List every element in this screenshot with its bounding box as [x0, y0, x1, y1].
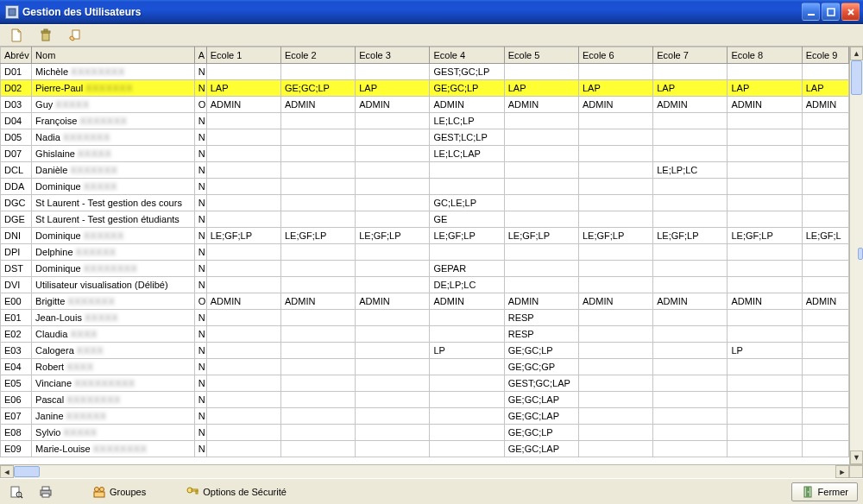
- cell-ecole[interactable]: LE;GF;LP: [578, 228, 652, 244]
- table-row[interactable]: DGESt Laurent - Test gestion étudiants N…: [1, 211, 849, 228]
- scroll-up-arrow[interactable]: ▲: [850, 47, 863, 60]
- table-row[interactable]: DNIDominique XXXXXXNLE;GF;LPLE;GF;LPLE;G…: [1, 228, 849, 244]
- cell-ecole[interactable]: ADMIN: [728, 293, 802, 310]
- cell-ecole[interactable]: [578, 129, 652, 146]
- cell-ecole[interactable]: [206, 277, 280, 293]
- cell-ecole[interactable]: ADMIN: [653, 293, 728, 310]
- cell-ecole[interactable]: [206, 375, 280, 392]
- cell-ecole[interactable]: [504, 211, 578, 228]
- cell-ecole[interactable]: [802, 244, 848, 261]
- new-button[interactable]: [5, 26, 28, 45]
- cell-ecole[interactable]: [206, 146, 280, 162]
- cell-ecole[interactable]: [578, 359, 652, 375]
- cell-abrev[interactable]: DPI: [1, 244, 32, 261]
- cell-ecole[interactable]: [728, 195, 802, 211]
- cell-ecole[interactable]: GE;GC;LP: [280, 80, 355, 97]
- cell-ecole[interactable]: GEST;LC;LP: [430, 129, 504, 146]
- cell-ecole[interactable]: ADMIN: [578, 293, 652, 310]
- hscroll-track[interactable]: [14, 465, 835, 478]
- cell-ecole[interactable]: [653, 375, 728, 392]
- cell-ecole[interactable]: [504, 179, 578, 195]
- cell-nom[interactable]: Pierre-Paul XXXXXXX: [32, 80, 195, 97]
- close-button[interactable]: [841, 3, 860, 21]
- cell-a[interactable]: N: [194, 277, 206, 293]
- cell-ecole[interactable]: LE;GF;LP: [430, 228, 504, 244]
- cell-nom[interactable]: Utilisateur visualisation (Délibé): [32, 277, 195, 293]
- cell-abrev[interactable]: DGC: [1, 195, 32, 211]
- cell-abrev[interactable]: E09: [1, 441, 32, 457]
- cell-ecole[interactable]: [206, 129, 280, 146]
- cell-a[interactable]: N: [194, 162, 206, 179]
- cell-abrev[interactable]: D07: [1, 146, 32, 162]
- cell-ecole[interactable]: [356, 359, 430, 375]
- cell-ecole[interactable]: RESP: [504, 326, 578, 343]
- cell-ecole[interactable]: [578, 162, 652, 179]
- cell-ecole[interactable]: ADMIN: [280, 293, 355, 310]
- cell-nom[interactable]: St Laurent - Test gestion étudiants: [32, 211, 195, 228]
- cell-ecole[interactable]: LE;GF;LP: [280, 228, 355, 244]
- cell-a[interactable]: N: [194, 228, 206, 244]
- cell-ecole[interactable]: [504, 64, 578, 80]
- cell-ecole[interactable]: [356, 375, 430, 392]
- vertical-scrollbar[interactable]: ▲ ▼: [849, 47, 863, 464]
- col-e3[interactable]: Ecole 3: [356, 47, 430, 64]
- groupes-button[interactable]: Groupes: [88, 482, 150, 501]
- table-row[interactable]: DCLDanièle XXXXXXXNLE;LP;LC: [1, 162, 849, 179]
- cell-a[interactable]: N: [194, 146, 206, 162]
- cell-nom[interactable]: Guy XXXXX: [32, 97, 195, 113]
- cell-nom[interactable]: Ghislaine XXXXX: [32, 146, 195, 162]
- cell-nom[interactable]: St Laurent - Test gestion des cours: [32, 195, 195, 211]
- cell-ecole[interactable]: [356, 261, 430, 277]
- cell-ecole[interactable]: [206, 64, 280, 80]
- cell-ecole[interactable]: [430, 359, 504, 375]
- col-nom[interactable]: Nom: [32, 47, 195, 64]
- table-row[interactable]: D03Guy XXXXXOADMINADMINADMINADMINADMINAD…: [1, 97, 849, 113]
- col-e8[interactable]: Ecole 8: [728, 47, 802, 64]
- table-row[interactable]: E09Marie-Louise XXXXXXXXNGE;GC;LAP: [1, 441, 849, 457]
- cell-ecole[interactable]: [653, 392, 728, 408]
- maximize-button[interactable]: [822, 3, 840, 21]
- cell-ecole[interactable]: [578, 310, 652, 326]
- table-row[interactable]: D07Ghislaine XXXXXNLE;LC;LAP: [1, 146, 849, 162]
- cell-ecole[interactable]: [728, 441, 802, 457]
- col-e9[interactable]: Ecole 9: [802, 47, 848, 64]
- cell-ecole[interactable]: [728, 359, 802, 375]
- table-row[interactable]: DGCSt Laurent - Test gestion des cours N…: [1, 195, 849, 211]
- cell-ecole[interactable]: [578, 64, 652, 80]
- cell-ecole[interactable]: [280, 343, 355, 359]
- scroll-track[interactable]: [850, 60, 863, 450]
- cell-ecole[interactable]: [280, 195, 355, 211]
- col-e2[interactable]: Ecole 2: [280, 47, 355, 64]
- cell-ecole[interactable]: [206, 326, 280, 343]
- table-row[interactable]: E04Robert XXXXNGE;GC;GP: [1, 359, 849, 375]
- cell-ecole[interactable]: [728, 244, 802, 261]
- cell-ecole[interactable]: ADMIN: [802, 97, 848, 113]
- cell-ecole[interactable]: [653, 195, 728, 211]
- cell-ecole[interactable]: [356, 129, 430, 146]
- cell-ecole[interactable]: ADMIN: [728, 97, 802, 113]
- col-e1[interactable]: Ecole 1: [206, 47, 280, 64]
- cell-ecole[interactable]: [728, 277, 802, 293]
- cell-ecole[interactable]: [504, 162, 578, 179]
- cell-a[interactable]: N: [194, 195, 206, 211]
- cell-ecole[interactable]: [578, 244, 652, 261]
- cell-abrev[interactable]: E01: [1, 310, 32, 326]
- cell-ecole[interactable]: [653, 179, 728, 195]
- cell-ecole[interactable]: DE;LP;LC: [430, 277, 504, 293]
- cell-ecole[interactable]: LE;LC;LAP: [430, 146, 504, 162]
- cell-ecole[interactable]: [728, 261, 802, 277]
- cell-ecole[interactable]: ADMIN: [653, 97, 728, 113]
- table-row[interactable]: DDADominique XXXXXN: [1, 179, 849, 195]
- cell-ecole[interactable]: [728, 129, 802, 146]
- cell-nom[interactable]: Nadia XXXXXXX: [32, 129, 195, 146]
- table-row[interactable]: E02Claudia XXXXNRESP: [1, 326, 849, 343]
- table-row[interactable]: E03Calogera XXXXNLPGE;GC;LPLP: [1, 343, 849, 359]
- cell-ecole[interactable]: [206, 244, 280, 261]
- scroll-thumb[interactable]: [851, 60, 862, 95]
- cell-ecole[interactable]: [206, 310, 280, 326]
- cell-abrev[interactable]: E02: [1, 326, 32, 343]
- cell-ecole[interactable]: [802, 179, 848, 195]
- cell-ecole[interactable]: [356, 326, 430, 343]
- cell-ecole[interactable]: [504, 261, 578, 277]
- cell-nom[interactable]: Dominique XXXXX: [32, 179, 195, 195]
